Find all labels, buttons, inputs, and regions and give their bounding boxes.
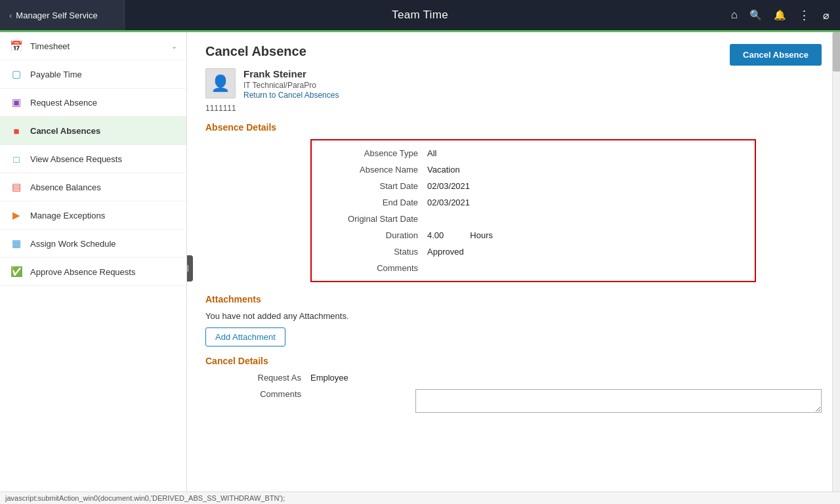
comments-row: Comments (322, 263, 744, 273)
employee-name: Frank Steiner (243, 68, 339, 79)
duration-value: 4.00 (427, 230, 444, 240)
original-start-date-row: Original Start Date (322, 214, 744, 224)
sidebar-item-timesheet[interactable]: 📅 Timesheet ⌄ (0, 32, 186, 60)
duration-unit: Hours (470, 230, 493, 240)
duration-label: Duration (322, 230, 427, 240)
sidebar-item-label-approve-absence-requests: Approve Absence Requests (30, 267, 177, 277)
absence-balances-icon: ▤ (9, 180, 24, 194)
sidebar-item-label-manage-exceptions: Manage Exceptions (30, 211, 177, 220)
cancel-details-section: Cancel Details Request As Employee Comme… (205, 356, 822, 413)
timesheet-icon: 📅 (9, 39, 24, 53)
request-as-value: Employee (310, 373, 348, 383)
absence-type-label: Absence Type (322, 148, 427, 158)
page-header-title: Team Time (392, 9, 448, 22)
cancel-absence-button[interactable]: Cancel Absence (730, 44, 822, 66)
sidebar-item-payable-time[interactable]: ▢ Payable Time (0, 60, 186, 89)
sidebar-item-label-assign-work-schedule: Assign Work Schedule (30, 239, 177, 249)
attachments-section-title: Attachments (205, 294, 822, 304)
employee-role: IT Technical/ParaPro (243, 81, 339, 90)
request-absence-icon: ▣ (9, 95, 24, 110)
status-bar-text: javascript:submitAction_win0(document.wi… (5, 494, 285, 502)
absence-details-box: Absence Type All Absence Name Vacation S… (310, 139, 756, 282)
start-date-row: Start Date 02/03/2021 (322, 181, 744, 191)
sidebar-item-absence-balances[interactable]: ▤ Absence Balances (0, 173, 186, 201)
absence-details-section-title: Absence Details (205, 122, 822, 133)
absence-type-value: All (427, 148, 436, 158)
cancel-comments-label: Comments (205, 389, 310, 399)
main-content: ‖ Cancel Absence Cancel Absence 👤 Frank … (187, 32, 840, 504)
end-date-row: End Date 02/03/2021 (322, 198, 744, 207)
sidebar-item-label-request-absence: Request Absence (30, 98, 177, 108)
sidebar-item-manage-exceptions[interactable]: ▶ Manage Exceptions (0, 201, 186, 230)
duration-value-row: 4.00 Hours (427, 230, 493, 240)
chevron-down-icon: ⌄ (171, 42, 177, 51)
status-label: Status (322, 247, 427, 257)
manage-exceptions-icon: ▶ (9, 208, 24, 222)
duration-row: Duration 4.00 Hours (322, 230, 744, 240)
block-icon[interactable]: ⌀ (823, 9, 830, 22)
request-as-label: Request As (205, 373, 310, 383)
top-nav-bar: ‹ Manager Self Service Team Time ⌂ 🔍 🔔 ⋮… (0, 0, 840, 30)
return-to-cancel-absences-link[interactable]: Return to Cancel Absences (243, 91, 339, 100)
cancel-details-section-title: Cancel Details (205, 356, 822, 366)
comments-label: Comments (322, 263, 427, 273)
sidebar-collapse-handle[interactable]: ‖ (187, 255, 193, 282)
back-chevron-icon: ‹ (9, 10, 12, 20)
sidebar-item-label-payable-time: Payable Time (30, 70, 177, 79)
header-icons: ⌂ 🔍 🔔 ⋮ ⌀ (731, 8, 840, 23)
sidebar: 📅 Timesheet ⌄ ▢ Payable Time ▣ Request A… (0, 32, 187, 504)
cancel-comments-textarea[interactable] (415, 389, 822, 413)
start-date-value: 02/03/2021 (427, 181, 470, 191)
employee-id: 1111111 (205, 104, 822, 113)
sidebar-item-assign-work-schedule[interactable]: ▦ Assign Work Schedule (0, 230, 186, 258)
sidebar-item-label-timesheet: Timesheet (30, 41, 165, 51)
status-row: Status Approved (322, 247, 744, 257)
cancel-absences-icon: ■ (9, 123, 24, 138)
assign-work-schedule-icon: ▦ (9, 236, 24, 251)
sidebar-item-request-absence[interactable]: ▣ Request Absence (0, 89, 186, 117)
original-start-date-label: Original Start Date (322, 214, 427, 224)
sidebar-item-label-cancel-absences: Cancel Absences (30, 126, 177, 136)
view-absence-requests-icon: □ (9, 152, 24, 166)
approve-absence-requests-icon: ✅ (9, 264, 24, 279)
add-attachment-button[interactable]: Add Attachment (205, 327, 285, 346)
scrollbar-track (832, 32, 840, 504)
avatar: 👤 (205, 68, 236, 98)
cancel-comments-row: Comments (205, 389, 822, 413)
bell-icon[interactable]: 🔔 (774, 9, 786, 21)
main-layout: 📅 Timesheet ⌄ ▢ Payable Time ▣ Request A… (0, 32, 840, 504)
attachments-section: Attachments You have not added any Attac… (205, 294, 822, 346)
end-date-label: End Date (322, 198, 427, 207)
absence-name-row: Absence Name Vacation (322, 165, 744, 175)
employee-header: 👤 Frank Steiner IT Technical/ParaPro Ret… (205, 68, 822, 100)
sidebar-item-approve-absence-requests[interactable]: ✅ Approve Absence Requests (0, 258, 186, 286)
employee-info: Frank Steiner IT Technical/ParaPro Retur… (243, 68, 339, 100)
request-as-row: Request As Employee (205, 373, 822, 383)
start-date-label: Start Date (322, 181, 427, 191)
nav-back-button[interactable]: ‹ Manager Self Service (0, 0, 125, 30)
back-label: Manager Self Service (16, 10, 97, 20)
sidebar-item-label-view-absence-requests: View Absence Requests (30, 154, 177, 164)
sidebar-item-label-absence-balances: Absence Balances (30, 182, 177, 192)
absence-name-label: Absence Name (322, 165, 427, 175)
end-date-value: 02/03/2021 (427, 198, 470, 207)
absence-name-value: Vacation (427, 165, 460, 175)
scrollbar-thumb[interactable] (833, 32, 840, 72)
sidebar-item-view-absence-requests[interactable]: □ View Absence Requests (0, 145, 186, 173)
more-icon[interactable]: ⋮ (798, 8, 811, 23)
absence-type-row: Absence Type All (322, 148, 744, 158)
status-value: Approved (427, 247, 464, 257)
search-icon[interactable]: 🔍 (749, 9, 762, 21)
bottom-status-bar: javascript:submitAction_win0(document.wi… (0, 492, 840, 504)
no-attachments-text: You have not added any Attachments. (205, 311, 822, 321)
payable-time-icon: ▢ (9, 67, 24, 81)
home-icon[interactable]: ⌂ (731, 9, 738, 22)
avatar-placeholder-icon: 👤 (211, 74, 230, 93)
sidebar-item-cancel-absences[interactable]: ■ Cancel Absences (0, 117, 186, 145)
